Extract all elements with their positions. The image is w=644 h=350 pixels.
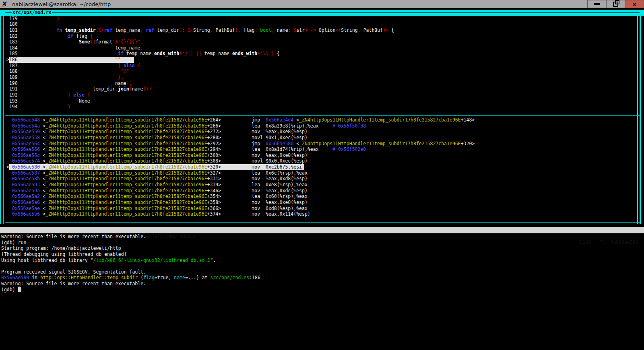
panel-divider — [5, 115, 640, 116]
close-icon: x — [633, 1, 636, 7]
gdb-prompt-line[interactable]: (gdb) — [0, 287, 644, 293]
close-button[interactable]: x — [625, 0, 644, 8]
asm-row: > 0x566ae580 <_ZN4http3ops11HttpHandler1… — [0, 164, 644, 170]
source-line: 189 }, — [0, 74, 644, 80]
maximize-button[interactable] — [606, 0, 625, 8]
asm-row: 0x566ae59a <_ZN4http3ops11HttpHandler11t… — [0, 188, 644, 194]
source-panel-titlebar: src/ops/mod.rs — [0, 10, 644, 16]
window-controls: x — [587, 0, 644, 8]
asm-row: 0x566ae58b <_ZN4http3ops11HttpHandler11t… — [0, 176, 644, 182]
asm-row: 0x566ae558 <_ZN4http3ops11HttpHandler11t… — [0, 135, 644, 141]
border-rule — [5, 12, 640, 13]
console-line: Program received signal SIGSEGV, Segment… — [0, 269, 644, 275]
maximize-icon — [613, 2, 618, 7]
source-line: >186 "" — [0, 57, 644, 63]
asm-row: 0x566ae5a2 <_ZN4http3ops11HttpHandler11t… — [0, 194, 644, 200]
disassembly-panel[interactable]: 0x566ae548 <_ZN4http3ops11HttpHandler11t… — [0, 117, 644, 217]
minimize-icon — [594, 3, 600, 5]
console-line: warning: Source file is more recent than… — [0, 234, 644, 240]
titlebar[interactable]: X nabijaczleweli@szarotka: ~/code/http x — [0, 0, 644, 9]
asm-panel-bottom-border — [5, 222, 640, 223]
xterm-window: X nabijaczleweli@szarotka: ~/code/http x… — [0, 0, 644, 350]
asm-row: 0x566ae587 <_ZN4http3ops11HttpHandler11t… — [0, 170, 644, 176]
gdb-status-bar: multi-thre Thread 0xf7c84700 ( In: http:… — [0, 227, 644, 233]
gdb-console[interactable]: warning: Source file is more recent than… — [0, 234, 644, 292]
window-title: nabijaczleweli@szarotka: ~/code/http — [12, 1, 111, 7]
asm-row: 0x566ae593 <_ZN4http3ops11HttpHandler11t… — [0, 182, 644, 188]
console-line: warning: Source file is more recent than… — [0, 281, 644, 287]
source-line: 187 } else { — [0, 63, 644, 69]
source-line: 181 fn temp_subdir(&(ref temp_name, ref … — [0, 27, 644, 33]
source-line: 194 } — [0, 104, 644, 110]
asm-row: 0x566ae550 <_ZN4http3ops11HttpHandler11t… — [0, 129, 644, 135]
source-line: 190 name), — [0, 80, 644, 86]
asm-row: 0x566ae5a6 <_ZN4http3ops11HttpHandler11t… — [0, 200, 644, 206]
source-panel[interactable]: 179 } 180 181 fn temp_subdir(&(ref temp_… — [0, 16, 644, 110]
source-line: 192 } else { — [0, 92, 644, 98]
source-line: 182 if flag { — [0, 33, 644, 39]
source-line: 188 "/" — [0, 68, 644, 74]
console-line: Starting program: /home/nabijaczleweli/h… — [0, 245, 644, 251]
source-line: 184 temp_name, — [0, 45, 644, 51]
console-line — [0, 263, 644, 269]
source-line: 191 temp_dir.join(name))) — [0, 86, 644, 92]
source-line: 185 if temp_name.ends_with('/') || temp_… — [0, 51, 644, 57]
source-line: 180 — [0, 21, 644, 27]
source-line: 179 } — [0, 16, 644, 22]
asm-row: 0x566ae54a <_ZN4http3ops11HttpHandler11t… — [0, 123, 644, 129]
minimize-button[interactable] — [587, 0, 606, 8]
console-line: 0x566ae580 in http::ops::HttpHandler::te… — [0, 275, 644, 281]
asm-row: 0x566ae5b6 <_ZN4http3ops11HttpHandler11t… — [0, 211, 644, 217]
asm-row: 0x566ae574 <_ZN4http3ops11HttpHandler11t… — [0, 158, 644, 164]
asm-row: 0x566ae5ae <_ZN4http3ops11HttpHandler11t… — [0, 206, 644, 212]
source-file-title: src/ops/mod.rs — [12, 10, 52, 16]
console-line: (gdb) run — [0, 240, 644, 246]
source-line: 193 None — [0, 98, 644, 104]
source-line: 183 Some((format!("{}{}{}", — [0, 39, 644, 45]
asm-row: 0x566ae56c <_ZN4http3ops11HttpHandler11t… — [0, 152, 644, 159]
asm-row: 0x566ae566 <_ZN4http3ops11HttpHandler11t… — [0, 146, 644, 152]
console-line: Using host libthread_db library "/lib/x8… — [0, 257, 644, 264]
xorg-logo-icon: X — [2, 1, 9, 7]
asm-row: 0x566ae548 <_ZN4http3ops11HttpHandler11t… — [0, 117, 644, 123]
terminal-cursor — [18, 287, 21, 292]
asm-row: 0x566ae564 <_ZN4http3ops11HttpHandler11t… — [0, 141, 644, 147]
console-line: [Thread debugging using libthread_db ena… — [0, 251, 644, 257]
